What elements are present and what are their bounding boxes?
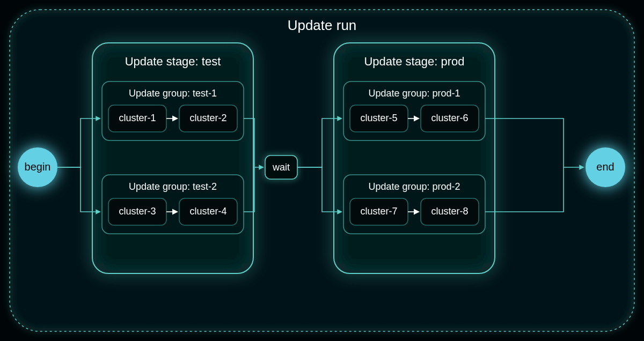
stage-prod-title: Update stage: prod bbox=[364, 55, 464, 68]
run-title: Update run bbox=[288, 17, 357, 33]
wait-label: wait bbox=[272, 162, 290, 173]
stage-test bbox=[92, 43, 253, 273]
update-run-diagram: Update run begin end Update stage: test … bbox=[0, 0, 644, 341]
cluster-4-label: cluster-4 bbox=[189, 206, 226, 217]
stage-prod bbox=[334, 43, 495, 273]
stage-test-title: Update stage: test bbox=[125, 55, 221, 68]
cluster-1-label: cluster-1 bbox=[119, 113, 156, 123]
group-test-1-title: Update group: test-1 bbox=[129, 88, 217, 99]
cluster-2-label: cluster-2 bbox=[189, 113, 226, 123]
cluster-3-label: cluster-3 bbox=[119, 206, 156, 217]
cluster-8-label: cluster-8 bbox=[431, 206, 468, 217]
cluster-6-label: cluster-6 bbox=[431, 113, 468, 123]
cluster-5-label: cluster-5 bbox=[360, 113, 397, 123]
group-test-2-title: Update group: test-2 bbox=[129, 181, 217, 192]
cluster-7-label: cluster-7 bbox=[360, 206, 397, 217]
group-prod-2-title: Update group: prod-2 bbox=[368, 181, 460, 192]
begin-label: begin bbox=[25, 161, 51, 173]
end-label: end bbox=[596, 161, 614, 173]
group-prod-1-title: Update group: prod-1 bbox=[368, 88, 460, 99]
